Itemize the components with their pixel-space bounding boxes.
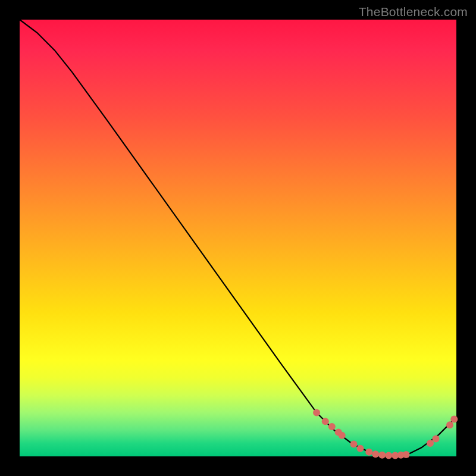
highlight-dot	[427, 440, 434, 447]
highlight-dot	[328, 423, 336, 430]
bottleneck-curve-svg	[20, 20, 456, 456]
highlight-dot	[378, 452, 386, 459]
watermark-text: TheBottleneck.com	[359, 5, 468, 19]
highlight-dot	[357, 445, 364, 452]
highlight-dot	[403, 451, 410, 458]
highlight-dots	[313, 409, 458, 459]
chart-frame: TheBottleneck.com	[0, 0, 476, 476]
bottleneck-curve	[20, 20, 456, 456]
highlight-dot	[433, 436, 440, 443]
highlight-dot	[450, 416, 458, 423]
highlight-dot	[313, 409, 320, 416]
highlight-dot	[446, 421, 453, 428]
highlight-dot	[350, 440, 358, 447]
highlight-dot	[385, 452, 392, 459]
highlight-dot	[339, 432, 346, 439]
chart-plot-area	[20, 20, 456, 456]
highlight-dot	[365, 449, 372, 456]
highlight-dot	[372, 450, 379, 458]
highlight-dot	[322, 418, 329, 425]
